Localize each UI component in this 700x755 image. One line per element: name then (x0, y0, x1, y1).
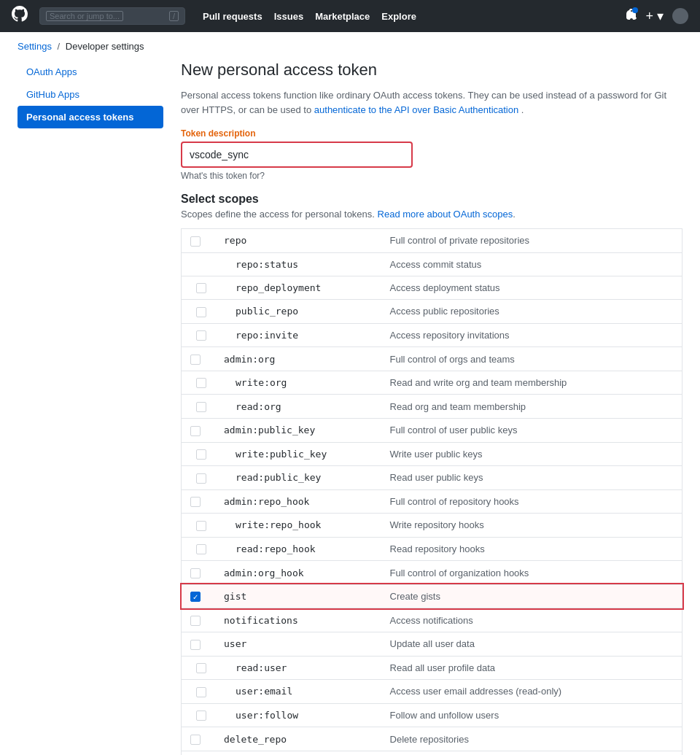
checkbox-user-follow[interactable] (196, 711, 206, 721)
scopes-description: Scopes define the access for personal to… (181, 209, 682, 220)
nav-marketplace[interactable]: Marketplace (315, 11, 370, 22)
scopes-table: repo Full control of private repositorie… (181, 228, 682, 755)
search-shortcut: / (169, 11, 179, 21)
checkbox-gist[interactable]: ✓ (190, 592, 201, 602)
scope-row-write-public-key: write:public_key Write user public keys (182, 442, 682, 466)
checkbox-user[interactable] (190, 640, 201, 650)
main-nav: Pull requests Issues Marketplace Explore (203, 11, 416, 22)
main-layout: OAuth Apps GitHub Apps Personal access t… (0, 61, 700, 755)
breadcrumb: Settings / Developer settings (0, 32, 700, 61)
checkbox-write-org[interactable] (196, 378, 206, 388)
checkbox-repo-invite[interactable] (196, 330, 206, 341)
header-actions: + ▾ (626, 8, 688, 24)
scope-row-admin-public-key: admin:public_key Full control of user pu… (182, 418, 682, 442)
scopes-section: Select scopes Scopes define the access f… (181, 193, 682, 755)
scope-row-read-user: read:user Read all user profile data (182, 656, 682, 680)
sidebar-item-github-apps[interactable]: GitHub Apps (18, 83, 163, 106)
checkbox-repo-deployment[interactable] (196, 283, 206, 293)
search-placeholder: Search or jump to... (46, 11, 123, 21)
sidebar-item-oauth-apps[interactable]: OAuth Apps (18, 61, 163, 83)
site-header: Search or jump to... / Pull requests Iss… (0, 0, 700, 32)
scope-row-admin-org-hook: admin:org_hook Full control of organizat… (182, 561, 682, 585)
search-box[interactable]: Search or jump to... / (39, 7, 185, 25)
checkbox-read-public-key[interactable] (196, 473, 206, 484)
api-auth-link[interactable]: authenticate to the API over Basic Authe… (314, 104, 518, 115)
page-description: Personal access tokens function like ord… (181, 88, 682, 117)
breadcrumb-current: Developer settings (66, 41, 144, 52)
scope-row-user-email: user:email Access user email addresses (… (182, 680, 682, 704)
nav-pull-requests[interactable]: Pull requests (203, 11, 262, 22)
sidebar-item-personal-access-tokens[interactable]: Personal access tokens (18, 106, 163, 128)
scope-row-read-org: read:org Read org and team membership (182, 395, 682, 419)
scope-desc-repo: Full control of private repositories (381, 229, 682, 253)
scope-row-write-discussion: write:discussion Read and write team dis… (182, 751, 682, 755)
scope-row-write-repo-hook: write:repo_hook Write repository hooks (182, 514, 682, 538)
scope-row-admin-repo-hook: admin:repo_hook Full control of reposito… (182, 489, 682, 514)
user-avatar[interactable] (672, 8, 688, 24)
checkbox-admin-public-key[interactable] (190, 426, 201, 436)
scope-row-public-repo: public_repo Access public repositories (182, 300, 682, 324)
scope-row-write-org: write:org Read and write org and team me… (182, 371, 682, 395)
scope-row-delete-repo: delete_repo Delete repositories (182, 727, 682, 751)
token-description-input[interactable] (184, 144, 410, 165)
main-content: New personal access token Personal acces… (181, 61, 682, 755)
token-hint: What's this token for? (181, 171, 682, 181)
scope-name-repo-deployment: repo_deployment (215, 276, 381, 300)
scopes-title: Select scopes (181, 193, 682, 206)
add-menu[interactable]: + ▾ (645, 8, 664, 24)
token-description-label: Token description (181, 128, 682, 139)
sidebar: OAuth Apps GitHub Apps Personal access t… (18, 61, 163, 755)
nav-issues[interactable]: Issues (274, 11, 303, 22)
scope-row-admin-org: admin:org Full control of orgs and teams (182, 347, 682, 371)
checkbox-read-repo-hook[interactable] (196, 544, 206, 554)
scope-name-admin-org: admin:org (215, 347, 381, 371)
checkbox-read-user[interactable] (196, 663, 206, 673)
scope-row-user: user Update all user data (182, 632, 682, 657)
scope-row-read-public-key: read:public_key Read user public keys (182, 466, 682, 490)
github-logo[interactable] (12, 6, 28, 26)
page-title: New personal access token (181, 61, 682, 80)
scope-row-gist: ✓ gist Create gists (182, 584, 682, 608)
checkbox-user-email[interactable] (196, 687, 206, 697)
checkbox-read-org[interactable] (196, 402, 206, 412)
notification-icon[interactable] (626, 9, 637, 23)
checkbox-delete-repo[interactable] (190, 735, 201, 745)
checkbox-admin-repo-hook[interactable] (190, 497, 201, 507)
scope-name-repo: repo (215, 229, 381, 253)
breadcrumb-settings[interactable]: Settings (18, 41, 52, 52)
scope-row-notifications: notifications Access notifications (182, 608, 682, 632)
checkbox-write-public-key[interactable] (196, 449, 206, 460)
scope-row-repo-invite: repo:invite Access repository invitation… (182, 323, 682, 347)
scope-row-user-follow: user:follow Follow and unfollow users (182, 703, 682, 727)
checkbox-notifications[interactable] (190, 616, 201, 626)
checkbox-repo[interactable] (190, 236, 201, 247)
breadcrumb-separator: / (58, 41, 61, 52)
scope-name-repo-invite: repo:invite (215, 323, 381, 347)
scope-row-repo-deployment: repo_deployment Access deployment status (182, 276, 682, 300)
scope-row-read-repo-hook: read:repo_hook Read repository hooks (182, 537, 682, 561)
checkbox-public-repo[interactable] (196, 307, 206, 317)
checkbox-write-repo-hook[interactable] (196, 521, 206, 531)
oauth-scopes-link[interactable]: Read more about OAuth scopes (378, 209, 513, 220)
scope-row-repo: repo Full control of private repositorie… (182, 229, 682, 253)
checkbox-admin-org[interactable] (190, 355, 201, 365)
nav-explore[interactable]: Explore (381, 11, 416, 22)
scope-name-repo-status: repo:status (215, 252, 381, 276)
scope-name-public-repo: public_repo (215, 300, 381, 324)
token-description-group: Token description What's this token for? (181, 128, 682, 181)
scope-row-repo-status: repo:status Access commit status (182, 252, 682, 276)
checkbox-admin-org-hook[interactable] (190, 568, 201, 578)
